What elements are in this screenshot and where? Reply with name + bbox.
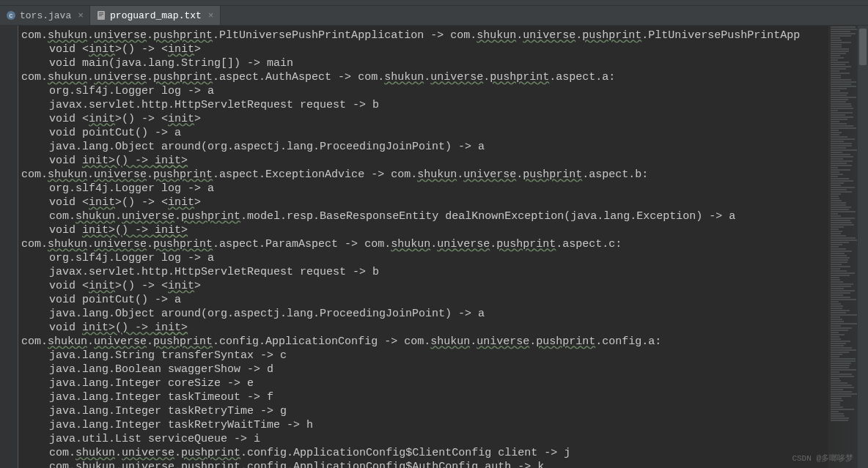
vertical-scrollbar[interactable] (858, 26, 868, 468)
minimap-line (831, 239, 857, 241)
minimap-line (831, 196, 839, 197)
minimap-line (831, 75, 841, 76)
tab-proguard-map[interactable]: proguard_map.txt × (90, 6, 221, 25)
minimap-line (831, 149, 857, 151)
minimap-line (831, 371, 839, 373)
editor-gutter[interactable] (0, 26, 18, 468)
minimap-line (831, 242, 849, 243)
minimap-line (831, 37, 840, 39)
code-line: com.shukun.universe.pushprint.aspect.Aut… (18, 70, 868, 84)
minimap-line (831, 57, 844, 59)
minimap-line (831, 369, 856, 371)
minimap-line (831, 255, 847, 256)
minimap-line (831, 158, 843, 160)
minimap-line (831, 222, 852, 223)
minimap-line (831, 53, 846, 54)
minimap-line (831, 81, 856, 83)
minimap-line (831, 83, 851, 85)
minimap-line (831, 257, 850, 259)
minimap-line (831, 97, 856, 98)
code-line: javax.servlet.http.HttpServletRequest re… (18, 265, 868, 279)
minimap-line (831, 400, 843, 401)
minimap-line (831, 250, 852, 252)
minimap-line (831, 204, 846, 206)
svg-rect-3 (99, 12, 103, 13)
minimap-line (831, 358, 856, 360)
minimap-line (831, 90, 840, 92)
tab-label: tors.java (20, 10, 71, 21)
code-line: com.shukun.universe.pushprint.PltUnivers… (18, 29, 868, 42)
code-content[interactable]: com.shukun.universe.pushprint.PltUnivers… (18, 26, 868, 468)
close-icon[interactable]: × (78, 10, 84, 21)
minimap-line (831, 116, 853, 118)
scrollbar-thumb[interactable] (859, 29, 867, 65)
minimap-line (831, 290, 855, 291)
tab-tors-java[interactable]: C tors.java × (0, 6, 90, 25)
minimap-line (831, 88, 847, 89)
code-line: void main(java.lang.String[]) -> main (18, 56, 868, 70)
minimap-line (831, 286, 851, 287)
minimap-line (831, 235, 846, 237)
minimap-line (831, 391, 852, 393)
minimap-line (831, 279, 840, 281)
minimap-line (831, 48, 849, 50)
minimap-line (831, 59, 838, 61)
minimap-line (831, 207, 851, 208)
close-icon[interactable]: × (208, 10, 214, 21)
minimap-line (831, 398, 842, 399)
minimap-line (831, 303, 841, 305)
minimap-line (831, 51, 849, 52)
code-line: java.lang.Object around(org.aspectj.lang… (18, 307, 868, 321)
minimap-line (831, 123, 847, 125)
minimap-line (831, 174, 843, 175)
minimap-line (831, 336, 839, 338)
minimap-line (831, 323, 857, 324)
code-line: com.shukun.universe.pushprint.model.resp… (18, 209, 868, 223)
minimap-line (831, 270, 847, 272)
minimap-line (831, 297, 850, 298)
minimap-line (831, 143, 852, 144)
minimap-line (831, 319, 842, 320)
minimap-line (831, 119, 847, 120)
minimap-line (831, 338, 841, 340)
minimap-line (831, 365, 850, 366)
minimap-line (831, 178, 849, 179)
minimap-line (831, 114, 845, 116)
minimap-line (831, 385, 852, 386)
minimap-line (831, 330, 848, 331)
minimap-line (831, 33, 856, 34)
java-file-icon: C (6, 10, 16, 21)
minimap-line (831, 31, 850, 32)
minimap-line (831, 382, 847, 384)
minimap-line (831, 182, 844, 184)
minimap-line (831, 354, 842, 355)
minimap-line (831, 209, 849, 210)
minimap-line (831, 268, 840, 270)
minimap-line (831, 44, 842, 45)
minimap-line (831, 138, 855, 140)
minimap-line (831, 185, 841, 186)
minimap-line (831, 66, 851, 67)
minimap-line (831, 415, 845, 417)
minimap-line (831, 193, 841, 195)
minimap-line (831, 395, 851, 397)
minimap-line (831, 154, 850, 155)
minimap-line (831, 211, 856, 212)
minimap-line (831, 55, 840, 56)
code-line: javax.servlet.http.HttpServletRequest re… (18, 98, 868, 112)
minimap-line (831, 105, 852, 107)
minimap-line (831, 46, 842, 48)
minimap-line (831, 389, 843, 390)
minimap[interactable] (828, 26, 858, 468)
minimap-line (831, 283, 853, 285)
code-line: void init>() -> init> (18, 223, 868, 237)
minimap-line (831, 218, 855, 219)
minimap-line (831, 347, 852, 349)
minimap-line (831, 215, 841, 217)
minimap-line (831, 101, 846, 103)
code-line: void <init>() -> <init> (18, 196, 868, 209)
minimap-line (831, 99, 848, 100)
editor-area: com.shukun.universe.pushprint.PltUnivers… (0, 26, 868, 468)
minimap-line (831, 112, 853, 114)
minimap-line (831, 163, 847, 164)
